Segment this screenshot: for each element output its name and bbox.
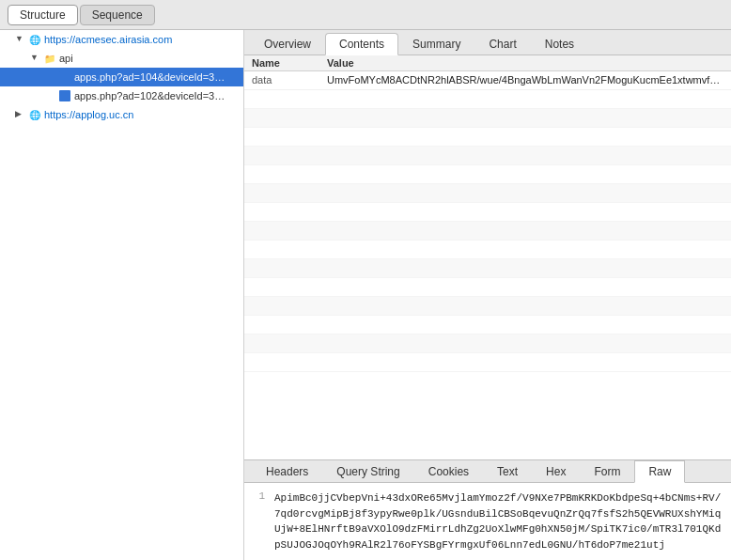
tree-item-label: https://acmesec.airasia.com — [44, 34, 172, 45]
empty-row — [244, 165, 731, 184]
tab-query-string[interactable]: Query String — [322, 460, 413, 482]
tree-item-api[interactable]: api — [0, 49, 243, 68]
col-name-header: Name — [252, 57, 327, 69]
tree-item-root2[interactable]: https://applog.uc.cn — [0, 105, 243, 124]
chevron-down-icon — [30, 53, 41, 64]
top-toolbar: Structure Sequence — [0, 0, 731, 30]
empty-row — [244, 222, 731, 241]
empty-row — [244, 334, 731, 353]
table-row: data UmvFoMYcM8ACDtNR2hlABSR/wue/4BngaWb… — [244, 71, 731, 90]
tab-cookies[interactable]: Cookies — [414, 460, 483, 482]
tab-contents[interactable]: Contents — [325, 33, 398, 55]
tab-notes[interactable]: Notes — [531, 33, 588, 54]
empty-row — [244, 128, 731, 147]
bottom-tabs: Headers Query String Cookies Text Hex Fo… — [244, 460, 731, 483]
tree-item-label: api — [59, 53, 73, 64]
empty-row — [244, 278, 731, 297]
col-value-header: Value — [327, 57, 723, 69]
tab-structure[interactable]: Structure — [8, 5, 78, 25]
row-name: data — [252, 74, 327, 86]
empty-row — [244, 241, 731, 259]
empty-row — [244, 203, 731, 222]
tree-item-label: apps.php?ad=102&deviceId=3… — [74, 90, 225, 101]
globe-icon — [28, 108, 41, 121]
globe-icon — [28, 33, 41, 46]
tab-chart[interactable]: Chart — [474, 33, 530, 54]
file-icon — [58, 70, 71, 84]
tab-form[interactable]: Form — [580, 460, 634, 482]
empty-row — [244, 316, 731, 334]
raw-text: ApimBc0jjCVbepVni+43dxORe65MvjlamYmoz2f/… — [274, 490, 722, 552]
right-panel: Overview Contents Summary Chart Notes Na… — [244, 30, 731, 560]
tree-item-root1[interactable]: https://acmesec.airasia.com — [0, 30, 243, 49]
tree-item-label: apps.php?ad=104&deviceId=3… — [74, 71, 225, 83]
line-number: 1 — [254, 490, 265, 552]
chevron-down-icon — [15, 34, 26, 45]
file-icon — [58, 89, 71, 102]
folder-icon — [43, 52, 56, 65]
content-table: data UmvFoMYcM8ACDtNR2hlABSR/wue/4BngaWb… — [244, 71, 731, 90]
empty-row — [244, 147, 731, 165]
tree-item-label: https://applog.uc.cn — [44, 109, 133, 120]
empty-row — [244, 184, 731, 203]
bottom-section: Headers Query String Cookies Text Hex Fo… — [244, 459, 731, 560]
empty-rows-area — [244, 90, 731, 459]
tab-summary[interactable]: Summary — [398, 33, 474, 54]
main-layout: https://acmesec.airasia.com api apps.php… — [0, 30, 731, 560]
tree-item-apps104[interactable]: apps.php?ad=104&deviceId=3… — [0, 68, 243, 86]
chevron-right-icon — [15, 109, 26, 120]
tab-raw[interactable]: Raw — [634, 460, 685, 483]
raw-content-area: 1 ApimBc0jjCVbepVni+43dxORe65MvjlamYmoz2… — [244, 483, 731, 560]
tab-headers[interactable]: Headers — [252, 460, 322, 482]
tree-item-apps102[interactable]: apps.php?ad=102&deviceId=3… — [0, 86, 243, 105]
empty-row — [244, 353, 731, 372]
tab-sequence[interactable]: Sequence — [80, 5, 155, 25]
empty-row — [244, 297, 731, 316]
tab-text[interactable]: Text — [483, 460, 532, 482]
row-value: UmvFoMYcM8ACDtNR2hlABSR/wue/4BngaWbLmWan… — [327, 74, 723, 86]
tab-hex[interactable]: Hex — [532, 460, 580, 482]
empty-row — [244, 259, 731, 278]
tab-overview[interactable]: Overview — [250, 33, 325, 54]
left-panel: https://acmesec.airasia.com api apps.php… — [0, 30, 244, 560]
content-table-header: Name Value — [244, 55, 731, 71]
right-top-tabs: Overview Contents Summary Chart Notes — [244, 30, 731, 55]
top-tab-group: Structure Sequence — [8, 5, 155, 25]
empty-row — [244, 90, 731, 109]
empty-row — [244, 109, 731, 128]
